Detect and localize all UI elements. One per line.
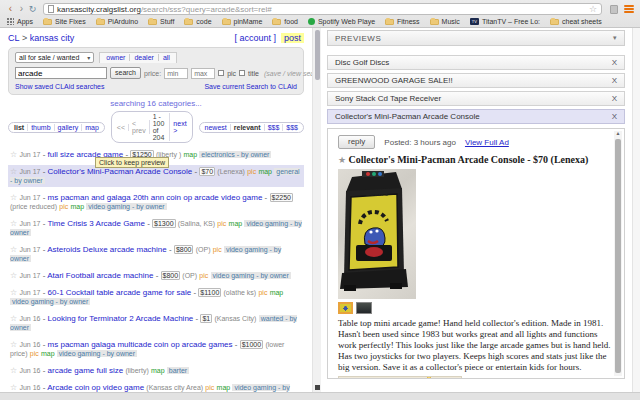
search-input[interactable]	[15, 67, 107, 79]
bookmark-item[interactable]: PiArduino	[96, 18, 138, 25]
listing-title-link[interactable]: Looking for Terminator 2 Arcade Machine	[48, 314, 194, 323]
preview-item-bar[interactable]: Sony Stack Cd Tape ReceiverX	[327, 91, 625, 106]
bookmark-item[interactable]: cheat sheets	[550, 18, 602, 25]
favorite-star-icon[interactable]: ☆	[10, 245, 17, 254]
close-icon[interactable]: X	[612, 112, 617, 121]
favorite-star-icon[interactable]: ☆	[10, 288, 17, 297]
sort-price-desc-link[interactable]: $$$	[283, 124, 301, 131]
map-link[interactable]: map	[258, 168, 272, 175]
first-page-button[interactable]: <<	[114, 124, 129, 131]
sort-newest-link[interactable]: newest	[202, 124, 231, 131]
map-link[interactable]: map	[270, 289, 284, 296]
pic-link[interactable]: pic	[247, 168, 256, 175]
favorite-star-icon[interactable]: ☆	[10, 383, 17, 392]
favorite-star-icon[interactable]: ☆	[10, 193, 17, 202]
preview-item-bar[interactable]: GREENWOOD GARAGE SALE!!X	[327, 73, 625, 88]
price-max-input[interactable]	[191, 68, 215, 79]
close-icon[interactable]: X	[612, 94, 617, 103]
listing-category[interactable]: video gaming - by owner	[211, 272, 291, 279]
listing-category[interactable]: video gaming - by owner	[57, 350, 137, 357]
forward-icon[interactable]: ›	[16, 4, 27, 14]
detail-scrollbar[interactable]: ▲	[614, 131, 622, 376]
listing-title-link[interactable]: 60-1 Cocktail table arcade game for sale	[48, 288, 192, 297]
posting-photo[interactable]: MIDWAY'S	[338, 169, 416, 299]
listing-title-link[interactable]: Arcade coin op video game	[47, 383, 144, 392]
photo-thumbnail-selected[interactable]	[338, 302, 353, 314]
bookmark-item[interactable]: Music	[430, 18, 460, 25]
bookmark-item[interactable]: pinMame	[222, 18, 263, 25]
save-searches-hint[interactable]: (save / view searches)	[264, 70, 312, 77]
scope-all-link[interactable]: all	[159, 54, 174, 61]
category-select[interactable]: all for sale / wanted ▾	[15, 52, 94, 63]
listing-category[interactable]: video gaming - by owner	[86, 203, 166, 210]
map-link[interactable]: map	[217, 384, 231, 391]
favorite-star-icon[interactable]: ☆	[10, 366, 17, 375]
favorite-star-icon[interactable]: ☆	[10, 167, 17, 176]
favorite-star-icon[interactable]: ☆	[10, 271, 17, 280]
reload-icon[interactable]: ↻	[27, 4, 38, 14]
pic-link[interactable]: pic	[199, 272, 208, 279]
map-preview[interactable]: W 103rd Street +	[338, 376, 462, 379]
pic-link[interactable]: pic	[258, 289, 267, 296]
account-link[interactable]: [ account ]	[234, 33, 276, 43]
previews-header[interactable]: PREVIEWS ▾	[327, 30, 625, 46]
pic-link[interactable]: pic	[205, 384, 214, 391]
listing-title-link[interactable]: Time Crisis 3 Arcade Game	[47, 219, 145, 228]
breadcrumb-city-link[interactable]: kansas city	[30, 33, 75, 43]
bookmark-star-icon[interactable]: ☆	[589, 4, 597, 14]
scope-dealer-link[interactable]: dealer	[130, 54, 158, 61]
map-link[interactable]: map	[151, 367, 165, 374]
left-scrollbar-thumb[interactable]	[315, 30, 320, 80]
reply-button[interactable]: reply	[338, 135, 375, 149]
listing-title-link[interactable]: Atari Football arcade machine	[47, 271, 153, 280]
window-scrollbar[interactable]	[632, 28, 640, 392]
map-link[interactable]: map	[41, 350, 55, 357]
map-link[interactable]: map	[229, 220, 243, 227]
favorite-star-icon[interactable]: ☆	[10, 314, 17, 323]
posting-star-icon[interactable]: ★	[338, 155, 346, 165]
bookmark-item[interactable]: Site Fixes	[43, 18, 86, 25]
listing-category[interactable]: video gaming - by owner	[10, 298, 90, 305]
view-thumb-tab[interactable]: thumb	[28, 124, 54, 131]
favorite-star-icon[interactable]: ☆	[10, 150, 17, 159]
bookmark-item[interactable]: food	[272, 18, 298, 25]
close-icon[interactable]: X	[612, 58, 617, 67]
map-link[interactable]: map	[71, 203, 85, 210]
listing-title-link[interactable]: ms pacman galaga multicade coin op arcad…	[48, 340, 233, 349]
preview-item-bar[interactable]: Collector's Mini-Pacman Arcade ConsoleX	[327, 109, 625, 124]
sort-relevant-link[interactable]: relevant	[231, 124, 265, 131]
back-icon[interactable]: ‹	[5, 4, 16, 14]
prev-page-button[interactable]: < prev	[129, 120, 150, 134]
next-page-button[interactable]: next >	[170, 120, 189, 134]
sort-price-asc-link[interactable]: $$$	[265, 124, 284, 131]
post-link[interactable]: post	[281, 33, 304, 43]
extension-icon[interactable]	[610, 5, 618, 14]
photo-thumbnail[interactable]	[356, 302, 372, 314]
view-list-tab[interactable]: list	[11, 124, 28, 131]
address-bar[interactable]: kansascity.craigslist.org/search/sss?que…	[43, 3, 602, 15]
listing-title-link[interactable]: ms pacman and galaga 20th ann coin op ar…	[48, 193, 263, 202]
bookmark-item[interactable]: Fitness	[385, 18, 420, 25]
pic-checkbox[interactable]	[218, 70, 224, 76]
view-full-ad-link[interactable]: View Full Ad	[465, 138, 509, 147]
map-link[interactable]: map	[184, 151, 198, 158]
left-scrollbar[interactable]	[312, 28, 321, 392]
save-current-search-link[interactable]: Save current Search to CLAid	[204, 83, 297, 90]
listing-title-link[interactable]: arcade game full size	[48, 366, 124, 375]
chrome-menu-icon[interactable]	[623, 4, 635, 14]
favorite-star-icon[interactable]: ☆	[10, 340, 17, 349]
pic-link[interactable]: pic	[217, 220, 226, 227]
bookmark-item[interactable]: Apps	[7, 18, 33, 25]
price-min-input[interactable]	[164, 68, 188, 79]
title-checkbox[interactable]	[239, 70, 245, 76]
pic-link[interactable]: pic	[59, 203, 68, 210]
bookmark-item[interactable]: Spotify Web Playe	[308, 18, 375, 25]
breadcrumb-cl-link[interactable]: CL	[8, 33, 20, 43]
close-icon[interactable]: X	[612, 76, 617, 85]
detail-scrollbar-thumb[interactable]	[615, 139, 621, 373]
search-button[interactable]: search	[110, 67, 141, 79]
pic-link[interactable]: pic	[213, 246, 222, 253]
listing-category[interactable]: electronics - by owner	[199, 151, 271, 158]
listing-title-link[interactable]: Collector's Mini-Pacman Arcade Console	[48, 167, 193, 176]
pic-link[interactable]: pic	[30, 350, 39, 357]
